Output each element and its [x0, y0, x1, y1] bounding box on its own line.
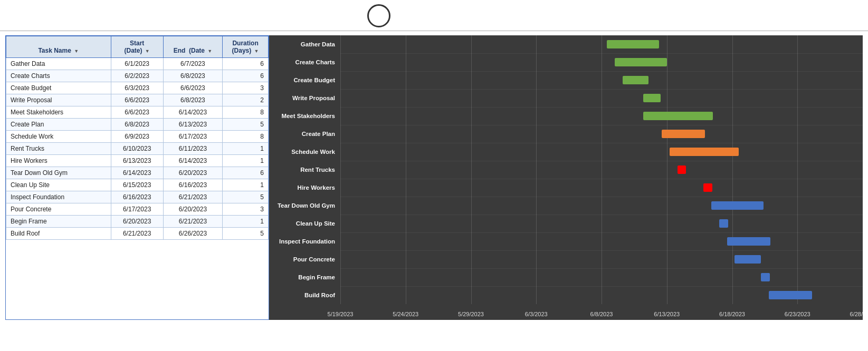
cell-end: 6/17/2023: [163, 131, 222, 143]
cell-end: 6/6/2023: [163, 82, 222, 94]
cell-duration: 5: [223, 119, 269, 131]
cell-duration: 6: [223, 58, 269, 70]
x-axis-label: 6/8/2023: [590, 311, 613, 317]
cell-task: Write Proposal: [6, 94, 111, 106]
cell-end: 6/7/2023: [163, 58, 222, 70]
gantt-row-label: Write Proposal: [269, 89, 340, 107]
cell-start: 6/3/2023: [111, 82, 163, 94]
gantt-row-label: Create Charts: [269, 53, 340, 71]
cell-duration: 6: [223, 70, 269, 82]
cell-duration: 6: [223, 167, 269, 179]
gantt-labels: Gather DataCreate ChartsCreate BudgetWri…: [269, 35, 340, 304]
gantt-bars-container: [340, 35, 863, 304]
cell-end: 6/21/2023: [163, 216, 222, 228]
cell-start: 6/16/2023: [111, 191, 163, 203]
filter-icon-dur[interactable]: ▼: [254, 48, 259, 54]
gantt-row-label: Gather Data: [269, 35, 340, 53]
filter-icon-start[interactable]: ▼: [145, 48, 150, 54]
gantt-row-label: Tear Down Old Gym: [269, 197, 340, 214]
cell-task: Rent Trucks: [6, 143, 111, 155]
task-table: Task Name ▼ Start(Date) ▼ End (Date ▼ Du…: [5, 35, 269, 320]
cell-start: 6/6/2023: [111, 106, 163, 119]
gantt-xaxis: 5/19/20235/24/20235/29/20236/3/20236/8/2…: [340, 304, 863, 320]
gantt-bar: [678, 165, 686, 174]
cell-end: 6/26/2023: [163, 228, 222, 240]
cell-end: 6/11/2023: [163, 143, 222, 155]
table-row: Gather Data 6/1/2023 6/7/2023 6: [6, 58, 269, 70]
cell-start: 6/1/2023: [111, 58, 163, 70]
gantt-chart-area: Gather DataCreate ChartsCreate BudgetWri…: [269, 35, 863, 320]
cell-start: 6/6/2023: [111, 94, 163, 106]
gantt-bar: [735, 255, 761, 264]
cell-task: Meet Stakeholders: [6, 106, 111, 119]
cell-task: Schedule Work: [6, 131, 111, 143]
cell-duration: 3: [223, 82, 269, 94]
cell-duration: 2: [223, 94, 269, 106]
table-row: Tear Down Old Gym 6/14/2023 6/20/2023 6: [6, 167, 269, 179]
main-content: Task Name ▼ Start(Date) ▼ End (Date ▼ Du…: [0, 35, 868, 320]
cell-start: 6/14/2023: [111, 167, 163, 179]
cell-start: 6/13/2023: [111, 155, 163, 167]
table-row: Create Budget 6/3/2023 6/6/2023 3: [6, 82, 269, 94]
gantt-bar: [643, 94, 661, 102]
cell-task: Gather Data: [6, 58, 111, 70]
table-row: Meet Stakeholders 6/6/2023 6/14/2023 8: [6, 106, 269, 119]
gantt-bar: [719, 219, 728, 228]
x-axis-label: 6/28/2023: [850, 311, 863, 317]
cell-task: Tear Down Old Gym: [6, 167, 111, 179]
cell-end: 6/14/2023: [163, 155, 222, 167]
table-row: Pour Concrete 6/17/2023 6/20/2023 3: [6, 203, 269, 216]
cell-duration: 8: [223, 106, 269, 119]
gantt-bar: [711, 201, 764, 210]
table-row: Build Roof 6/21/2023 6/26/2023 5: [6, 228, 269, 240]
cell-task: Clean Up Site: [6, 179, 111, 191]
gantt-bar: [769, 291, 812, 299]
x-axis-label: 5/29/2023: [458, 311, 484, 317]
gantt-bar: [761, 273, 770, 281]
cell-duration: 3: [223, 203, 269, 216]
gantt-row-label: Schedule Work: [269, 143, 340, 161]
x-axis-label: 6/3/2023: [525, 311, 548, 317]
filter-icon-end[interactable]: ▼: [207, 48, 212, 54]
table-header-row: Task Name ▼ Start(Date) ▼ End (Date ▼ Du…: [6, 36, 269, 58]
gantt-row-label: Build Roof: [269, 286, 340, 304]
cell-duration: 1: [223, 143, 269, 155]
gantt-bar: [615, 58, 667, 66]
gantt-bar: [662, 130, 705, 138]
cell-end: 6/20/2023: [163, 167, 222, 179]
gantt-row-label: Pour Concrete: [269, 250, 340, 268]
pm-logo-circle: [367, 4, 390, 27]
col-header-duration: Duration(Days) ▼: [223, 36, 269, 58]
x-axis-label: 6/23/2023: [785, 311, 810, 317]
cell-start: 6/21/2023: [111, 228, 163, 240]
cell-duration: 5: [223, 228, 269, 240]
cell-start: 6/20/2023: [111, 216, 163, 228]
gantt-row-label: Hire Workers: [269, 179, 340, 197]
table-row: Create Plan 6/8/2023 6/13/2023 5: [6, 119, 269, 131]
cell-task: Pour Concrete: [6, 203, 111, 216]
gantt-bar: [703, 183, 712, 192]
table-row: Rent Trucks 6/10/2023 6/11/2023 1: [6, 143, 269, 155]
gantt-bar: [623, 76, 649, 84]
gantt-bar: [607, 40, 659, 48]
gantt-row-label: Meet Stakeholders: [269, 107, 340, 125]
table-row: Create Charts 6/2/2023 6/8/2023 6: [6, 70, 269, 82]
gantt-row-label: Rent Trucks: [269, 161, 340, 179]
table-row: Clean Up Site 6/15/2023 6/16/2023 1: [6, 179, 269, 191]
cell-end: 6/20/2023: [163, 203, 222, 216]
gantt-row-label: Begin Frame: [269, 268, 340, 286]
table-row: Hire Workers 6/13/2023 6/14/2023 1: [6, 155, 269, 167]
x-axis-label: 5/24/2023: [393, 311, 418, 317]
cell-end: 6/8/2023: [163, 94, 222, 106]
gantt-row-label: Clean Up Site: [269, 214, 340, 232]
filter-icon-task[interactable]: ▼: [74, 48, 79, 54]
gantt-bars: [340, 35, 863, 304]
cell-duration: 5: [223, 191, 269, 203]
cell-task: Build Roof: [6, 228, 111, 240]
gantt-row-label: Inspect Foundation: [269, 232, 340, 250]
cell-start: 6/10/2023: [111, 143, 163, 155]
top-row: [0, 0, 868, 27]
cell-end: 6/21/2023: [163, 191, 222, 203]
cell-start: 6/15/2023: [111, 179, 163, 191]
cell-end: 6/13/2023: [163, 119, 222, 131]
